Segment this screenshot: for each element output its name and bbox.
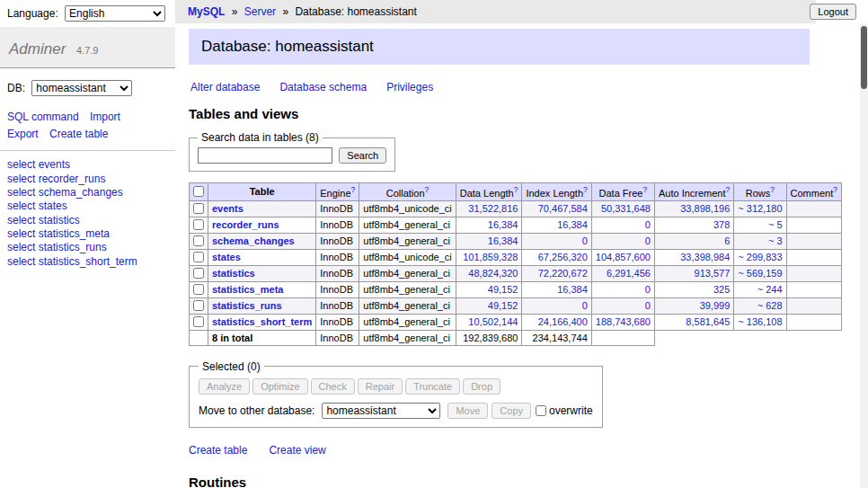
repair-button[interactable]: Repair xyxy=(358,378,403,395)
cell-data-length-link[interactable]: 16,384 xyxy=(488,235,518,246)
cell-auto-increment-link[interactable]: 33,398,984 xyxy=(680,252,730,262)
sidebar-select-schema-changes-link[interactable]: select schema_changes xyxy=(7,186,168,200)
search-input[interactable] xyxy=(198,147,332,164)
row-checkbox-statistics-short-term[interactable] xyxy=(193,316,204,327)
select-all-checkbox[interactable] xyxy=(193,186,204,197)
sidebar-nav-create-table-link[interactable]: Create table xyxy=(49,128,108,140)
row-checkbox-statistics[interactable] xyxy=(193,268,204,279)
cell-data-length-link[interactable]: 48,824,320 xyxy=(468,268,518,279)
row-checkbox-statistics-runs[interactable] xyxy=(193,300,204,311)
column-help-link[interactable]: ? xyxy=(833,185,837,194)
cell-index-length-link[interactable]: 16,384 xyxy=(557,284,588,295)
copy-button[interactable]: Copy xyxy=(492,403,531,419)
table-link-statistics-meta[interactable]: statistics_meta xyxy=(212,284,284,295)
db-select[interactable]: homeassistant xyxy=(31,80,132,96)
breadcrumb-server-link[interactable]: Server xyxy=(244,5,276,18)
cell-rows-link[interactable]: ~ 5 xyxy=(768,219,783,230)
sidebar-select-statistics-link[interactable]: select statistics xyxy=(7,214,168,227)
adminer-logo-link[interactable]: Adminer xyxy=(9,40,66,58)
column-help-link[interactable]: ? xyxy=(642,185,647,194)
cell-rows-link[interactable]: ~ 136,108 xyxy=(738,316,782,327)
column-help-link[interactable]: ? xyxy=(514,185,518,194)
table-link-states[interactable]: states xyxy=(212,252,241,262)
cell-data-free-link[interactable]: 0 xyxy=(645,219,651,230)
row-checkbox-schema-changes[interactable] xyxy=(193,235,204,246)
cell-rows-link[interactable]: ~ 569,159 xyxy=(738,268,782,279)
cell-auto-increment-link[interactable]: 325 xyxy=(713,284,730,295)
language-select[interactable]: English xyxy=(65,5,165,22)
table-link-statistics-runs[interactable]: statistics_runs xyxy=(212,300,282,311)
cell-auto-increment-link[interactable]: 39,999 xyxy=(700,300,731,311)
cell-data-free-link[interactable]: 0 xyxy=(645,284,651,295)
sidebar-select-statistics-meta-link[interactable]: select statistics_meta xyxy=(7,227,168,241)
cell-data-free-link[interactable]: 0 xyxy=(645,235,651,246)
row-checkbox-recorder-runs[interactable] xyxy=(193,219,204,230)
overwrite-checkbox[interactable] xyxy=(536,405,546,416)
column-help-link[interactable]: ? xyxy=(726,185,731,194)
table-link-statistics[interactable]: statistics xyxy=(212,268,255,279)
cell-index-length-link[interactable]: 0 xyxy=(582,235,588,246)
table-link-recorder-runs[interactable]: recorder_runs xyxy=(212,219,279,230)
sidebar-select-recorder-runs-link[interactable]: select recorder_runs xyxy=(7,173,168,186)
cell-index-length-link[interactable]: 72,220,672 xyxy=(538,268,588,279)
cell-rows-link[interactable]: ~ 244 xyxy=(757,284,783,295)
sidebar-select-states-link[interactable]: select states xyxy=(7,200,168,213)
sidebar-select-statistics-runs-link[interactable]: select statistics_runs xyxy=(7,241,168,254)
cell-index-length-link[interactable]: 67,256,320 xyxy=(538,252,588,262)
cell-auto-increment-link[interactable]: 6 xyxy=(724,235,730,246)
scrollbar-thumb[interactable] xyxy=(861,26,867,89)
cell-data-free-link[interactable]: 0 xyxy=(645,300,651,311)
alter-database-link[interactable]: Alter database xyxy=(190,81,260,93)
analyze-button[interactable]: Analyze xyxy=(199,378,250,395)
cell-data-free-link[interactable]: 188,743,680 xyxy=(596,316,651,327)
move-button[interactable]: Move xyxy=(447,403,488,419)
create-table-link[interactable]: Create table xyxy=(189,444,247,457)
cell-rows-link[interactable]: ~ 299,833 xyxy=(738,252,782,262)
cell-data-length-link[interactable]: 101,859,328 xyxy=(463,252,518,262)
cell-index-length-link[interactable]: 0 xyxy=(582,300,588,311)
table-link-schema-changes[interactable]: schema_changes xyxy=(212,235,295,246)
drop-button[interactable]: Drop xyxy=(463,378,500,395)
database-schema-link[interactable]: Database schema xyxy=(279,81,367,93)
row-checkbox-statistics-meta[interactable] xyxy=(193,284,204,295)
cell-data-length-link[interactable]: 16,384 xyxy=(488,219,518,230)
cell-data-length-link[interactable]: 10,502,144 xyxy=(468,316,518,327)
sidebar-nav-export-link[interactable]: Export xyxy=(7,128,39,140)
cell-data-free-link[interactable]: 6,291,456 xyxy=(607,268,651,279)
breadcrumb-mysql-link[interactable]: MySQL xyxy=(188,5,225,18)
cell-rows-link[interactable]: ~ 3 xyxy=(768,235,783,246)
search-button[interactable]: Search xyxy=(339,147,386,164)
table-link-events[interactable]: events xyxy=(212,203,244,214)
cell-auto-increment-link[interactable]: 8,581,645 xyxy=(686,316,730,327)
cell-data-free-link[interactable]: 104,857,600 xyxy=(596,252,651,262)
cell-rows-link[interactable]: ~ 312,180 xyxy=(738,203,782,214)
move-db-select[interactable]: homeassistant xyxy=(322,403,440,419)
cell-data-length-link[interactable]: 49,152 xyxy=(488,284,518,295)
column-help-link[interactable]: ? xyxy=(770,185,775,194)
check-button[interactable]: Check xyxy=(311,378,355,395)
sidebar-select-events-link[interactable]: select events xyxy=(7,158,168,172)
cell-data-length-link[interactable]: 31,522,816 xyxy=(468,203,518,214)
row-checkbox-states[interactable] xyxy=(193,252,204,262)
cell-index-length-link[interactable]: 16,384 xyxy=(557,219,588,230)
optimize-button[interactable]: Optimize xyxy=(252,378,307,395)
table-link-statistics-short-term[interactable]: statistics_short_term xyxy=(212,316,312,327)
column-help-link[interactable]: ? xyxy=(425,185,430,194)
create-view-link[interactable]: Create view xyxy=(269,444,325,457)
cell-index-length-link[interactable]: 24,166,400 xyxy=(538,316,588,327)
sidebar-nav-import-link[interactable]: Import xyxy=(90,111,120,123)
sidebar-select-statistics-short-term-link[interactable]: select statistics_short_term xyxy=(7,255,168,269)
cell-rows-link[interactable]: ~ 628 xyxy=(757,300,783,311)
cell-auto-increment-link[interactable]: 33,898,196 xyxy=(680,203,730,214)
column-help-link[interactable]: ? xyxy=(351,185,356,194)
cell-index-length-link[interactable]: 70,467,584 xyxy=(538,203,588,214)
privileges-link[interactable]: Privileges xyxy=(386,81,433,93)
cell-auto-increment-link[interactable]: 913,577 xyxy=(695,268,731,279)
vertical-scrollbar[interactable] xyxy=(860,24,868,488)
truncate-button[interactable]: Truncate xyxy=(405,378,460,395)
sidebar-nav-sql-command-link[interactable]: SQL command xyxy=(7,111,79,123)
column-help-link[interactable]: ? xyxy=(583,185,588,194)
cell-auto-increment-link[interactable]: 378 xyxy=(713,219,730,230)
cell-data-free-link[interactable]: 50,331,648 xyxy=(601,203,651,214)
logout-button[interactable]: Logout xyxy=(810,4,856,20)
